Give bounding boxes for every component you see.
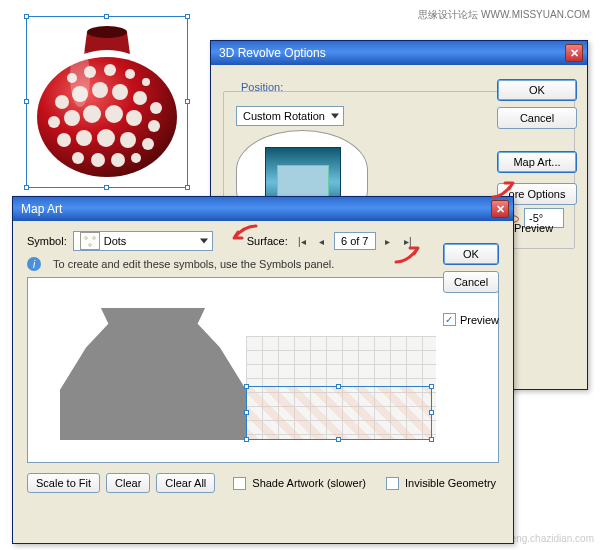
last-surface-icon[interactable]: ▸| [400,233,416,249]
symbol-value: Dots [104,235,127,247]
svg-point-4 [92,82,108,98]
dialog-map-art: Map Art ✕ Symbol: Dots Surface: |◂ ◂ 6 o… [12,196,514,544]
surface-index: 6 of 7 [334,232,376,250]
svg-point-19 [72,152,84,164]
hint-text: To create and edit these symbols, use th… [53,258,334,270]
shade-checkbox[interactable] [233,477,246,490]
svg-point-5 [112,84,128,100]
mapped-symbol-selection[interactable] [246,386,432,440]
handle-icon[interactable] [24,99,29,104]
preview-checkbox[interactable]: ✓ [443,313,456,326]
svg-point-25 [104,64,116,76]
hidden-surface-shape [60,308,246,440]
svg-point-15 [76,130,92,146]
symbol-select[interactable]: Dots [73,231,213,251]
handle-icon[interactable] [24,14,29,19]
invisible-geometry-checkbox[interactable] [386,477,399,490]
svg-point-22 [131,153,141,163]
svg-point-7 [150,102,162,114]
svg-point-10 [83,105,101,123]
titlebar[interactable]: Map Art ✕ [13,197,513,221]
ok-button[interactable]: OK [497,79,577,101]
surface-navigator: |◂ ◂ 6 of 7 ▸ ▸| [294,232,416,250]
dialog-title: 3D Revolve Options [219,46,326,60]
clear-all-button[interactable]: Clear All [156,473,215,493]
svg-point-27 [142,78,150,86]
prev-surface-icon[interactable]: ◂ [314,233,330,249]
scale-to-fit-button[interactable]: Scale to Fit [27,473,100,493]
svg-point-8 [48,116,60,128]
svg-point-9 [64,110,80,126]
svg-point-26 [125,69,135,79]
svg-point-18 [142,138,154,150]
preview-label: Preview [460,314,499,326]
svg-point-6 [133,91,147,105]
clear-button[interactable]: Clear [106,473,150,493]
vase-artwork [32,22,182,182]
handle-icon[interactable] [185,14,190,19]
next-surface-icon[interactable]: ▸ [380,233,396,249]
svg-point-13 [148,120,160,132]
svg-point-11 [105,105,123,123]
handle-icon[interactable] [24,185,29,190]
titlebar[interactable]: 3D Revolve Options ✕ [211,41,587,65]
svg-point-21 [111,153,125,167]
cancel-button[interactable]: Cancel [497,107,577,129]
dialog-title: Map Art [21,202,62,216]
svg-point-20 [91,153,105,167]
svg-point-17 [120,132,136,148]
symbol-label: Symbol: [27,235,67,247]
cancel-button[interactable]: Cancel [443,271,499,293]
info-icon: i [27,257,41,271]
map-preview-area[interactable] [27,277,499,463]
position-select[interactable]: Custom Rotation [236,106,344,126]
first-surface-icon[interactable]: |◂ [294,233,310,249]
svg-point-12 [126,110,142,126]
close-icon[interactable]: ✕ [565,44,583,62]
surface-label: Surface: [247,235,288,247]
handle-icon[interactable] [185,99,190,104]
dots-swatch-icon [80,232,100,250]
handle-icon[interactable] [104,14,109,19]
close-icon[interactable]: ✕ [491,200,509,218]
svg-point-1 [87,26,127,38]
svg-point-14 [57,133,71,147]
svg-point-28 [70,47,90,107]
position-value: Custom Rotation [243,110,325,122]
dialog-buttons: OK Cancel ✓ Preview [443,243,499,326]
invisible-geometry-label: Invisible Geometry [405,477,496,489]
map-art-button[interactable]: Map Art... [497,151,577,173]
ok-button[interactable]: OK [443,243,499,265]
handle-icon[interactable] [104,185,109,190]
svg-point-16 [97,129,115,147]
watermark-top: 思缘设计论坛 WWW.MISSYUAN.COM [418,8,590,22]
svg-point-2 [55,95,69,109]
shade-label: Shade Artwork (slower) [252,477,366,489]
artboard-selection[interactable] [26,16,188,188]
handle-icon[interactable] [185,185,190,190]
preview-label: Preview [514,222,553,234]
